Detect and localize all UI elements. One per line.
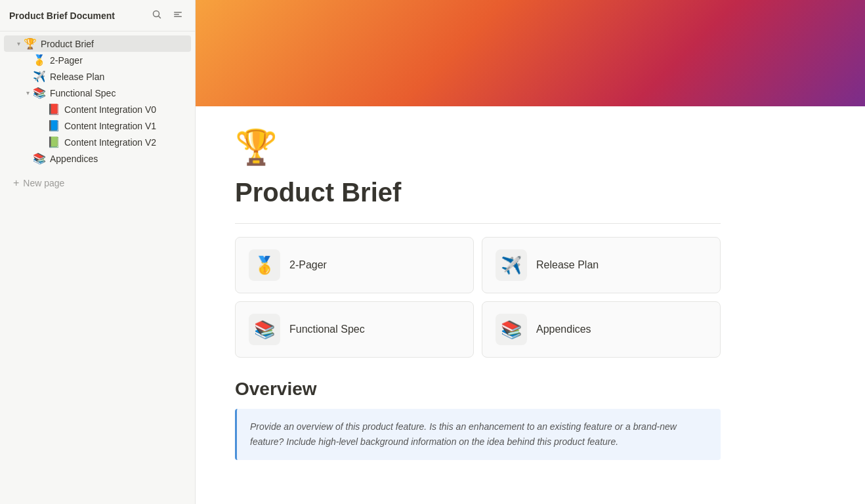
- sidebar-header-icons: [149, 8, 186, 24]
- page-body: 🏆 Product Brief 🥇 2-Pager ✈️ Release Pla…: [196, 106, 760, 499]
- item-label: Content Integration V0: [64, 104, 186, 115]
- item-label: Content Integration V1: [64, 121, 186, 131]
- item-icon: 📚: [33, 152, 46, 165]
- hero-banner: [196, 0, 865, 106]
- item-icon: ✈️: [33, 70, 46, 83]
- item-icon: 📚: [33, 87, 46, 99]
- chevron-icon: ▾: [13, 40, 24, 47]
- sidebar-item-appendices[interactable]: 📚Appendices: [4, 150, 191, 167]
- card-2-pager-card[interactable]: 🥇 2-Pager: [235, 237, 474, 293]
- card-icon: 🥇: [254, 255, 275, 276]
- item-icon: 🏆: [24, 37, 37, 50]
- page-icon: 🏆: [235, 127, 721, 167]
- card-icon-wrap: ✈️: [496, 249, 527, 281]
- chevron-icon: ▾: [22, 89, 33, 96]
- card-icon-wrap: 🥇: [249, 249, 280, 281]
- item-label: Content Integration V2: [64, 137, 186, 148]
- card-label: 2-Pager: [289, 259, 327, 271]
- new-page-button[interactable]: + New page: [4, 175, 191, 192]
- sidebar-header: Product Brief Document: [0, 0, 195, 32]
- card-label: Functional Spec: [289, 324, 365, 335]
- sidebar-item-functional-spec[interactable]: ▾📚Functional Spec: [4, 85, 191, 101]
- item-icon: 📕: [47, 103, 60, 116]
- page-title: Product Brief: [235, 178, 721, 207]
- sidebar-item-release-plan[interactable]: ✈️Release Plan: [4, 68, 191, 85]
- sidebar-title: Product Brief Document: [9, 10, 115, 21]
- child-pages-grid: 🥇 2-Pager ✈️ Release Plan 📚 Functional S…: [235, 237, 721, 358]
- main-content-area: 🏆 Product Brief 🥇 2-Pager ✈️ Release Pla…: [196, 0, 865, 504]
- sidebar-item-content-integration-v0[interactable]: 📕Content Integration V0: [4, 101, 191, 117]
- svg-rect-4: [174, 16, 182, 17]
- item-label: Product Brief: [41, 39, 186, 49]
- divider-1: [235, 223, 721, 224]
- svg-line-1: [159, 16, 161, 18]
- plus-icon: +: [13, 177, 19, 189]
- card-release-plan-card[interactable]: ✈️ Release Plan: [482, 237, 721, 293]
- item-label: Release Plan: [50, 72, 186, 82]
- card-functional-spec-card[interactable]: 📚 Functional Spec: [235, 301, 474, 358]
- item-icon: 📗: [47, 136, 60, 148]
- sidebar-item-product-brief[interactable]: ▾🏆Product Brief: [4, 35, 191, 52]
- card-icon: 📚: [254, 320, 275, 340]
- search-button[interactable]: [149, 8, 165, 24]
- item-icon: 🥇: [33, 54, 46, 66]
- sidebar-item-content-integration-v2[interactable]: 📗Content Integration V2: [4, 134, 191, 150]
- new-page-label: New page: [23, 178, 64, 188]
- item-label: Appendices: [50, 154, 186, 164]
- sidebar: Product Brief Document ▾🏆Product Brief🥇2…: [0, 0, 196, 504]
- svg-rect-2: [174, 12, 182, 13]
- item-label: 2-Pager: [50, 55, 186, 66]
- overview-callout-text: Provide an overview of this product feat…: [250, 419, 707, 450]
- overview-callout: Provide an overview of this product feat…: [235, 409, 721, 460]
- card-appendices-card[interactable]: 📚 Appendices: [482, 301, 721, 358]
- svg-rect-3: [174, 14, 179, 15]
- collapse-sidebar-button[interactable]: [170, 8, 186, 24]
- card-label: Release Plan: [536, 259, 599, 271]
- card-icon: 📚: [501, 320, 522, 340]
- card-icon-wrap: 📚: [496, 314, 527, 345]
- card-icon-wrap: 📚: [249, 314, 280, 345]
- sidebar-item-content-integration-v1[interactable]: 📘Content Integration V1: [4, 117, 191, 134]
- sidebar-item-2-pager[interactable]: 🥇2-Pager: [4, 52, 191, 68]
- item-icon: 📘: [47, 119, 60, 132]
- card-label: Appendices: [536, 324, 591, 335]
- overview-section-title: Overview: [235, 379, 721, 400]
- card-icon: ✈️: [501, 255, 522, 276]
- item-label: Functional Spec: [50, 88, 186, 98]
- sidebar-nav: ▾🏆Product Brief🥇2-Pager✈️Release Plan▾📚F…: [0, 32, 195, 171]
